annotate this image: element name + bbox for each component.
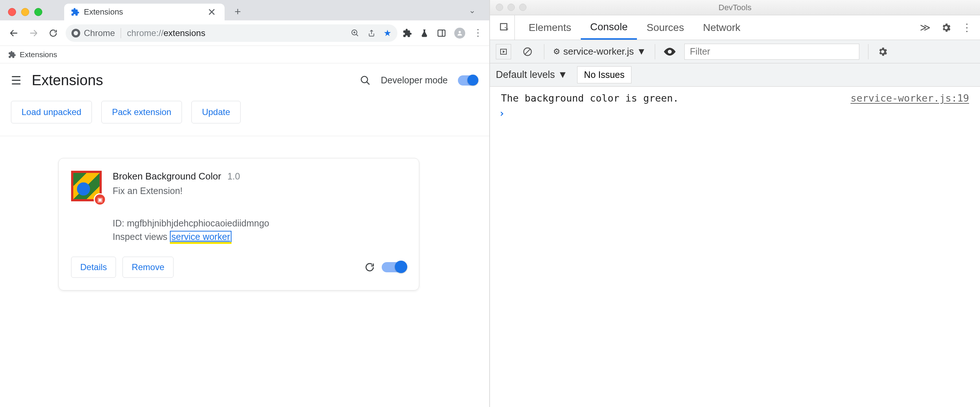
settings-icon[interactable]: [940, 22, 951, 33]
chevron-down-icon: ▼: [558, 69, 568, 81]
tab-sources[interactable]: Sources: [637, 15, 694, 40]
reload-button[interactable]: [46, 26, 60, 40]
zoom-window-icon[interactable]: [519, 4, 527, 11]
devtools-titlebar: DevTools: [490, 0, 980, 15]
tabstrip: Extensions ✕ + ⌄: [64, 0, 484, 21]
developer-mode-toggle[interactable]: [458, 75, 478, 86]
share-icon[interactable]: [368, 29, 375, 38]
svg-rect-4: [500, 23, 507, 30]
chrome-menu-icon[interactable]: ⋮: [473, 27, 483, 39]
inspect-element-icon[interactable]: [495, 15, 515, 40]
chrome-scheme-icon: [72, 29, 80, 38]
log-levels-selector[interactable]: Default levels ▼: [496, 69, 568, 81]
omnibox-host: Chrome: [84, 28, 115, 38]
minimize-window-icon[interactable]: [21, 8, 29, 16]
window-controls: [8, 8, 42, 16]
browser-tab[interactable]: Extensions ✕: [64, 4, 224, 21]
extension-card-icon: ▣: [71, 171, 102, 201]
remove-button[interactable]: Remove: [123, 257, 173, 278]
omnibox-separator: [121, 28, 121, 38]
omnibox[interactable]: Chrome chrome://extensions ★: [65, 24, 398, 42]
load-unpacked-button[interactable]: Load unpacked: [11, 101, 92, 124]
console-subtoolbar: Default levels ▼ No Issues: [490, 63, 980, 87]
profile-avatar-icon[interactable]: [454, 28, 465, 39]
extensions-header: ☰ Extensions Developer mode: [0, 63, 489, 97]
message-source-link[interactable]: service-worker.js:19: [851, 92, 969, 104]
close-tab-icon[interactable]: ✕: [205, 6, 218, 18]
unpacked-badge-icon: ▣: [94, 193, 106, 206]
devtools-menu-icon[interactable]: ⋮: [962, 22, 972, 33]
pack-extension-button[interactable]: Pack extension: [101, 101, 182, 124]
service-worker-link[interactable]: service worker: [170, 231, 232, 242]
bookmark-icon[interactable]: ★: [383, 28, 391, 38]
extension-enable-toggle[interactable]: [382, 262, 407, 272]
console-prompt[interactable]: ›: [496, 106, 974, 121]
console-message: The background color is green. service-w…: [496, 90, 974, 106]
tab-title: Extensions: [84, 7, 201, 17]
extensions-toolbar-icon[interactable]: [402, 29, 412, 38]
svg-point-3: [361, 76, 368, 82]
chrome-window: Extensions ✕ + ⌄ Chrome chrome://extensi…: [0, 0, 490, 407]
close-window-icon[interactable]: [496, 4, 503, 11]
reload-extension-icon[interactable]: [364, 262, 375, 273]
search-icon[interactable]: [360, 75, 371, 86]
zoom-icon[interactable]: [351, 29, 360, 38]
tab-network[interactable]: Network: [694, 15, 750, 40]
details-button[interactable]: Details: [71, 257, 116, 278]
extension-icon: [71, 8, 80, 16]
window-controls: [496, 4, 527, 11]
tab-console[interactable]: Console: [581, 15, 637, 40]
svg-point-2: [459, 31, 461, 33]
browser-toolbar: Chrome chrome://extensions ★ ⋮: [0, 21, 489, 46]
chrome-titlebar: Extensions ✕ + ⌄: [0, 0, 489, 21]
more-tabs-icon[interactable]: ≫: [920, 22, 931, 33]
extension-icon: [8, 51, 16, 59]
sidepanel-icon[interactable]: [437, 29, 446, 38]
close-window-icon[interactable]: [8, 8, 16, 16]
chevron-down-icon: ▼: [637, 46, 646, 57]
bookmark-item[interactable]: Extensions: [20, 50, 57, 59]
extension-name: Broken Background Color: [113, 171, 221, 182]
console-output: The background color is green. service-w…: [490, 87, 980, 407]
svg-rect-1: [438, 30, 445, 36]
extension-id: ID: mgfbhjnibhjdehcphiocaoiediidmngo: [113, 218, 269, 229]
console-settings-icon[interactable]: [877, 46, 888, 57]
clear-console-icon[interactable]: [520, 44, 535, 59]
developer-mode-label: Developer mode: [381, 75, 448, 86]
context-selector[interactable]: ⚙ service-worker.js ▼: [553, 46, 646, 57]
filter-input[interactable]: [684, 44, 859, 60]
omnibox-url: chrome://extensions: [127, 28, 205, 38]
back-button[interactable]: [6, 26, 21, 40]
toggle-sidebar-icon[interactable]: [496, 44, 511, 59]
live-expression-icon[interactable]: [664, 48, 676, 56]
new-tab-button[interactable]: +: [230, 4, 246, 20]
extension-description: Fix an Extension!: [113, 186, 269, 196]
zoom-window-icon[interactable]: [34, 8, 42, 16]
devtools-window: DevTools Elements Console Sources Networ…: [490, 0, 980, 407]
extension-version: 1.0: [228, 171, 240, 181]
devtools-title: DevTools: [719, 3, 751, 13]
update-button[interactable]: Update: [191, 101, 240, 124]
gear-icon: ⚙: [553, 47, 560, 56]
developer-button-row: Load unpacked Pack extension Update: [0, 97, 489, 136]
tab-elements[interactable]: Elements: [519, 15, 581, 40]
issues-button[interactable]: No Issues: [577, 66, 632, 83]
page-title: Extensions: [32, 72, 103, 89]
bookmarks-bar: Extensions: [0, 46, 489, 63]
labs-icon[interactable]: [420, 29, 429, 38]
inspect-views: Inspect views service worker: [113, 231, 269, 242]
extension-card: ▣ Broken Background Color 1.0 Fix an Ext…: [58, 158, 419, 290]
menu-icon[interactable]: ☰: [11, 74, 22, 87]
console-toolbar: ⚙ service-worker.js ▼: [490, 40, 980, 63]
minimize-window-icon[interactable]: [508, 4, 515, 11]
devtools-tabs: Elements Console Sources Network ≫ ⋮: [490, 15, 980, 40]
forward-button[interactable]: [26, 26, 41, 40]
tabs-dropdown-icon[interactable]: ⌄: [465, 4, 480, 17]
